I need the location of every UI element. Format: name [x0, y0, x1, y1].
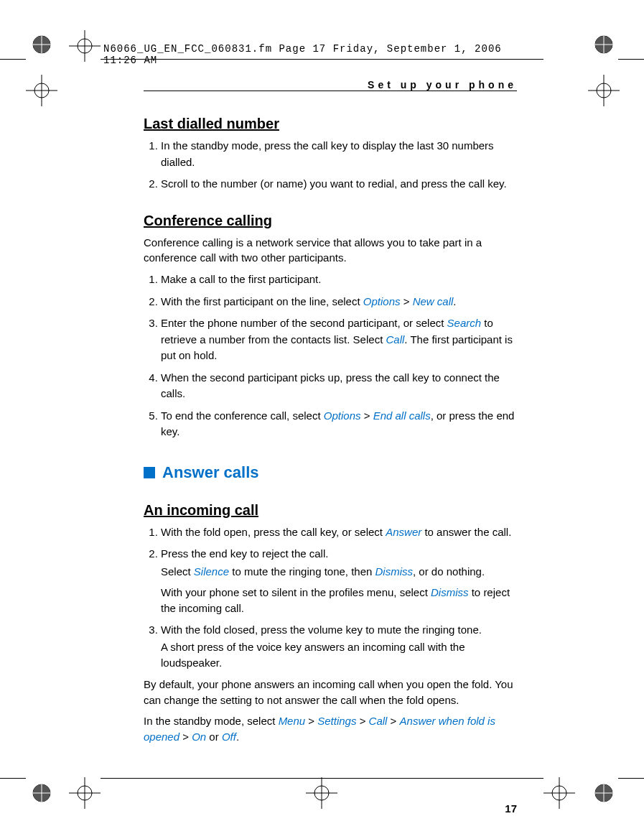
running-head: Set up your phone — [144, 79, 517, 91]
crop-registration-bottom-right — [589, 779, 618, 807]
crosshair-left-icon — [26, 75, 57, 106]
ui-term-search: Search — [447, 317, 482, 329]
crop-line-top-left — [0, 59, 26, 60]
incoming-paragraph-1: By default, your phone answers an incomi… — [144, 677, 517, 708]
ui-term-settings: Settings — [317, 715, 356, 727]
list-item: With the first participant on the line, … — [161, 294, 517, 310]
document-header-line: N6066_UG_EN_FCC_060831.fm Page 17 Friday… — [103, 43, 523, 66]
list-item: When the second participant picks up, pr… — [161, 370, 517, 402]
ui-term-on: On — [192, 731, 206, 743]
list-item: With the fold open, press the call key, … — [161, 524, 517, 541]
last-dialled-steps: In the standby mode, press the call key … — [144, 138, 517, 193]
crop-registration-top-right — [589, 30, 618, 59]
step2-detail: Select Silence to mute the ringing tone,… — [161, 564, 517, 580]
list-item: Scroll to the number (or name) you want … — [161, 176, 517, 193]
square-bullet-icon — [144, 467, 155, 478]
answer-calls-label: Answer calls — [162, 463, 259, 482]
heading-answer-calls: Answer calls — [144, 463, 517, 482]
ui-term-menu: Menu — [279, 715, 306, 727]
list-item: In the standby mode, press the call key … — [161, 138, 517, 170]
conference-steps: Make a call to the first participant. Wi… — [144, 272, 517, 440]
heading-incoming-call: An incoming call — [144, 502, 517, 519]
page-number: 17 — [144, 802, 517, 815]
heading-last-dialled: Last dialled number — [144, 116, 517, 132]
ui-term-options: Options — [363, 295, 401, 307]
crop-line-bottom-left — [0, 778, 26, 779]
ui-term-call: Call — [369, 715, 388, 727]
ui-term-answer: Answer — [386, 526, 421, 538]
crosshair-bottom-3-icon — [543, 777, 575, 809]
step2-detail-2: With your phone set to silent in the pro… — [161, 585, 517, 616]
crop-line-top-right — [618, 59, 644, 60]
incoming-steps: With the fold open, press the call key, … — [144, 524, 517, 671]
step3-detail: A short press of the voice key answers a… — [161, 639, 517, 671]
crop-line-bottom-right — [618, 778, 644, 779]
list-item: With the fold closed, press the volume k… — [161, 622, 517, 671]
list-item: Make a call to the first participant. — [161, 272, 517, 288]
list-item: Enter the phone number of the second par… — [161, 315, 517, 364]
list-item: To end the conference call, select Optio… — [161, 408, 517, 440]
ui-term-options: Options — [324, 409, 361, 422]
crop-registration-bottom-left — [27, 779, 56, 807]
heading-conference: Conference calling — [144, 213, 517, 229]
crosshair-right-icon — [588, 75, 620, 106]
ui-term-off: Off — [222, 731, 236, 743]
crosshair-top-icon — [69, 30, 101, 62]
ui-term-end-all-calls: End all calls — [373, 409, 431, 422]
ui-term-new-call: New call — [413, 295, 454, 307]
ui-term-silence: Silence — [194, 565, 229, 578]
ui-term-dismiss: Dismiss — [375, 565, 414, 578]
ui-term-call: Call — [386, 333, 404, 346]
incoming-paragraph-2: In the standby mode, select Menu > Setti… — [144, 713, 517, 745]
list-item: Press the end key to reject the call. Se… — [161, 546, 517, 616]
conference-intro: Conference calling is a network service … — [144, 235, 517, 266]
ui-term-dismiss: Dismiss — [431, 586, 469, 598]
crop-registration-top-left — [27, 30, 56, 59]
page-content: Set up your phone Last dialled number In… — [144, 79, 517, 815]
crosshair-bottom-1-icon — [69, 777, 101, 809]
